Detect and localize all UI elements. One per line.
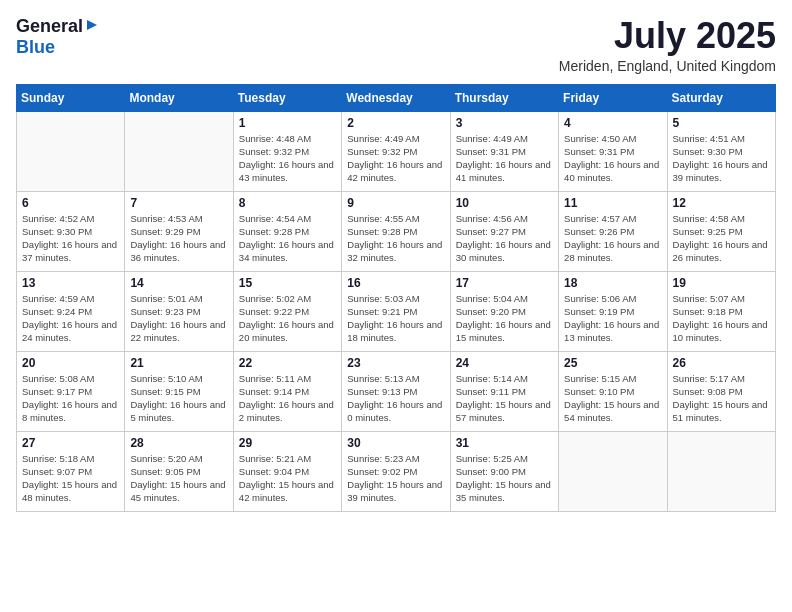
day-number: 11 (564, 196, 661, 210)
calendar-cell: 23Sunrise: 5:13 AMSunset: 9:13 PMDayligh… (342, 351, 450, 431)
calendar-cell: 5Sunrise: 4:51 AMSunset: 9:30 PMDaylight… (667, 111, 775, 191)
calendar-cell: 26Sunrise: 5:17 AMSunset: 9:08 PMDayligh… (667, 351, 775, 431)
calendar-cell: 20Sunrise: 5:08 AMSunset: 9:17 PMDayligh… (17, 351, 125, 431)
calendar-cell: 9Sunrise: 4:55 AMSunset: 9:28 PMDaylight… (342, 191, 450, 271)
day-number: 24 (456, 356, 553, 370)
logo: General Blue (16, 16, 99, 58)
day-number: 20 (22, 356, 119, 370)
day-info: Sunrise: 4:53 AMSunset: 9:29 PMDaylight:… (130, 212, 227, 265)
day-number: 1 (239, 116, 336, 130)
day-number: 22 (239, 356, 336, 370)
calendar-header-monday: Monday (125, 84, 233, 111)
page-header: General Blue July 2025 Meriden, England,… (16, 16, 776, 74)
svg-marker-0 (87, 20, 97, 30)
day-number: 8 (239, 196, 336, 210)
day-number: 30 (347, 436, 444, 450)
day-info: Sunrise: 4:50 AMSunset: 9:31 PMDaylight:… (564, 132, 661, 185)
day-info: Sunrise: 5:04 AMSunset: 9:20 PMDaylight:… (456, 292, 553, 345)
day-info: Sunrise: 4:48 AMSunset: 9:32 PMDaylight:… (239, 132, 336, 185)
calendar-cell: 21Sunrise: 5:10 AMSunset: 9:15 PMDayligh… (125, 351, 233, 431)
calendar-cell: 2Sunrise: 4:49 AMSunset: 9:32 PMDaylight… (342, 111, 450, 191)
day-number: 31 (456, 436, 553, 450)
day-number: 15 (239, 276, 336, 290)
day-info: Sunrise: 4:57 AMSunset: 9:26 PMDaylight:… (564, 212, 661, 265)
day-number: 23 (347, 356, 444, 370)
day-info: Sunrise: 5:23 AMSunset: 9:02 PMDaylight:… (347, 452, 444, 505)
day-info: Sunrise: 5:21 AMSunset: 9:04 PMDaylight:… (239, 452, 336, 505)
day-info: Sunrise: 5:15 AMSunset: 9:10 PMDaylight:… (564, 372, 661, 425)
calendar-cell: 24Sunrise: 5:14 AMSunset: 9:11 PMDayligh… (450, 351, 558, 431)
calendar-header-row: SundayMondayTuesdayWednesdayThursdayFrid… (17, 84, 776, 111)
day-info: Sunrise: 4:49 AMSunset: 9:32 PMDaylight:… (347, 132, 444, 185)
day-number: 21 (130, 356, 227, 370)
calendar-cell: 7Sunrise: 4:53 AMSunset: 9:29 PMDaylight… (125, 191, 233, 271)
day-number: 29 (239, 436, 336, 450)
calendar-header-wednesday: Wednesday (342, 84, 450, 111)
calendar-cell (17, 111, 125, 191)
calendar: SundayMondayTuesdayWednesdayThursdayFrid… (16, 84, 776, 512)
day-info: Sunrise: 5:13 AMSunset: 9:13 PMDaylight:… (347, 372, 444, 425)
calendar-cell: 8Sunrise: 4:54 AMSunset: 9:28 PMDaylight… (233, 191, 341, 271)
calendar-cell (125, 111, 233, 191)
day-number: 26 (673, 356, 770, 370)
day-number: 14 (130, 276, 227, 290)
calendar-cell (667, 431, 775, 511)
calendar-header-sunday: Sunday (17, 84, 125, 111)
day-number: 28 (130, 436, 227, 450)
day-number: 7 (130, 196, 227, 210)
day-info: Sunrise: 5:01 AMSunset: 9:23 PMDaylight:… (130, 292, 227, 345)
logo-blue: Blue (16, 37, 99, 58)
day-info: Sunrise: 5:18 AMSunset: 9:07 PMDaylight:… (22, 452, 119, 505)
calendar-cell: 22Sunrise: 5:11 AMSunset: 9:14 PMDayligh… (233, 351, 341, 431)
day-number: 6 (22, 196, 119, 210)
calendar-cell: 17Sunrise: 5:04 AMSunset: 9:20 PMDayligh… (450, 271, 558, 351)
calendar-week-row: 27Sunrise: 5:18 AMSunset: 9:07 PMDayligh… (17, 431, 776, 511)
calendar-header-thursday: Thursday (450, 84, 558, 111)
month-title: July 2025 (559, 16, 776, 56)
day-number: 18 (564, 276, 661, 290)
day-info: Sunrise: 4:59 AMSunset: 9:24 PMDaylight:… (22, 292, 119, 345)
logo-triangle-icon (85, 18, 99, 36)
calendar-cell: 29Sunrise: 5:21 AMSunset: 9:04 PMDayligh… (233, 431, 341, 511)
day-number: 13 (22, 276, 119, 290)
calendar-cell: 14Sunrise: 5:01 AMSunset: 9:23 PMDayligh… (125, 271, 233, 351)
calendar-cell: 12Sunrise: 4:58 AMSunset: 9:25 PMDayligh… (667, 191, 775, 271)
calendar-week-row: 6Sunrise: 4:52 AMSunset: 9:30 PMDaylight… (17, 191, 776, 271)
day-number: 27 (22, 436, 119, 450)
calendar-cell: 13Sunrise: 4:59 AMSunset: 9:24 PMDayligh… (17, 271, 125, 351)
day-info: Sunrise: 4:54 AMSunset: 9:28 PMDaylight:… (239, 212, 336, 265)
day-info: Sunrise: 5:08 AMSunset: 9:17 PMDaylight:… (22, 372, 119, 425)
calendar-cell: 3Sunrise: 4:49 AMSunset: 9:31 PMDaylight… (450, 111, 558, 191)
day-number: 9 (347, 196, 444, 210)
day-info: Sunrise: 5:02 AMSunset: 9:22 PMDaylight:… (239, 292, 336, 345)
location: Meriden, England, United Kingdom (559, 58, 776, 74)
calendar-header-friday: Friday (559, 84, 667, 111)
calendar-week-row: 20Sunrise: 5:08 AMSunset: 9:17 PMDayligh… (17, 351, 776, 431)
calendar-cell: 6Sunrise: 4:52 AMSunset: 9:30 PMDaylight… (17, 191, 125, 271)
day-info: Sunrise: 5:07 AMSunset: 9:18 PMDaylight:… (673, 292, 770, 345)
logo-general: General (16, 16, 83, 37)
day-number: 19 (673, 276, 770, 290)
day-number: 2 (347, 116, 444, 130)
calendar-cell: 18Sunrise: 5:06 AMSunset: 9:19 PMDayligh… (559, 271, 667, 351)
day-number: 4 (564, 116, 661, 130)
calendar-header-saturday: Saturday (667, 84, 775, 111)
calendar-cell: 10Sunrise: 4:56 AMSunset: 9:27 PMDayligh… (450, 191, 558, 271)
day-info: Sunrise: 5:14 AMSunset: 9:11 PMDaylight:… (456, 372, 553, 425)
calendar-cell: 31Sunrise: 5:25 AMSunset: 9:00 PMDayligh… (450, 431, 558, 511)
calendar-cell: 15Sunrise: 5:02 AMSunset: 9:22 PMDayligh… (233, 271, 341, 351)
day-number: 25 (564, 356, 661, 370)
title-section: July 2025 Meriden, England, United Kingd… (559, 16, 776, 74)
day-info: Sunrise: 5:20 AMSunset: 9:05 PMDaylight:… (130, 452, 227, 505)
day-number: 17 (456, 276, 553, 290)
calendar-week-row: 13Sunrise: 4:59 AMSunset: 9:24 PMDayligh… (17, 271, 776, 351)
day-info: Sunrise: 4:52 AMSunset: 9:30 PMDaylight:… (22, 212, 119, 265)
calendar-cell: 30Sunrise: 5:23 AMSunset: 9:02 PMDayligh… (342, 431, 450, 511)
calendar-header-tuesday: Tuesday (233, 84, 341, 111)
day-number: 12 (673, 196, 770, 210)
day-info: Sunrise: 5:10 AMSunset: 9:15 PMDaylight:… (130, 372, 227, 425)
calendar-cell: 19Sunrise: 5:07 AMSunset: 9:18 PMDayligh… (667, 271, 775, 351)
day-info: Sunrise: 4:56 AMSunset: 9:27 PMDaylight:… (456, 212, 553, 265)
calendar-cell: 28Sunrise: 5:20 AMSunset: 9:05 PMDayligh… (125, 431, 233, 511)
day-info: Sunrise: 5:25 AMSunset: 9:00 PMDaylight:… (456, 452, 553, 505)
